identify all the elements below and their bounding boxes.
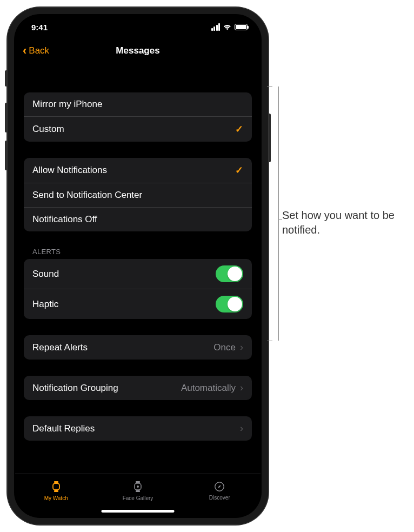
checkmark-icon: ✓	[235, 164, 243, 176]
notifications-group: Allow Notifications ✓ Send to Notificati…	[24, 158, 252, 231]
repeat-alerts-group: Repeat Alerts Once ›	[24, 335, 252, 360]
navigation-bar: ‹ Back Messages	[15, 39, 261, 63]
screen: 9:41 ‹ Back Messages Mirror my iPh	[15, 15, 261, 517]
svg-rect-4	[136, 481, 140, 483]
send-to-notification-center-row[interactable]: Send to Notification Center	[24, 183, 252, 207]
chevron-right-icon: ›	[240, 423, 243, 434]
cellular-signal-icon	[211, 23, 221, 31]
back-label: Back	[29, 45, 49, 56]
notifications-off-row[interactable]: Notifications Off	[24, 207, 252, 231]
tab-label: Discover	[209, 495, 230, 501]
row-label: Mirror my iPhone	[32, 99, 102, 110]
notification-grouping-row[interactable]: Notification Grouping Automatically ›	[24, 376, 252, 400]
chevron-left-icon: ‹	[23, 44, 26, 58]
tab-label: Face Gallery	[123, 495, 153, 501]
battery-icon	[235, 24, 248, 30]
svg-rect-5	[136, 490, 140, 492]
settings-content[interactable]: Mirror my iPhone Custom ✓ Allow Notifica…	[15, 63, 261, 474]
notch	[81, 15, 195, 32]
checkmark-icon: ✓	[235, 123, 243, 135]
back-button[interactable]: ‹ Back	[23, 44, 49, 58]
iphone-frame: 9:41 ‹ Back Messages Mirror my iPh	[8, 8, 268, 524]
alerts-header: ALERTS	[24, 231, 252, 259]
tab-label: My Watch	[44, 495, 68, 501]
sound-toggle[interactable]	[216, 265, 243, 282]
row-label: Haptic	[32, 299, 58, 310]
callout-tick	[267, 341, 272, 341]
watch-face-icon	[131, 480, 144, 493]
row-label: Notifications Off	[32, 214, 97, 225]
row-label: Default Replies	[32, 423, 95, 434]
status-time: 9:41	[31, 23, 48, 32]
row-label: Custom	[32, 124, 64, 135]
mirror-iphone-row[interactable]: Mirror my iPhone	[24, 92, 252, 116]
default-replies-row[interactable]: Default Replies ›	[24, 416, 252, 441]
tab-discover[interactable]: Discover	[179, 474, 261, 507]
row-label: Send to Notification Center	[32, 190, 142, 201]
chevron-right-icon: ›	[240, 342, 243, 353]
row-label: Repeat Alerts	[32, 342, 88, 353]
row-label: Sound	[32, 269, 59, 280]
compass-icon	[213, 481, 225, 493]
allow-notifications-row[interactable]: Allow Notifications ✓	[24, 158, 252, 183]
home-indicator[interactable]	[102, 510, 175, 513]
watch-icon	[50, 480, 63, 493]
page-title: Messages	[116, 45, 159, 56]
mirror-group: Mirror my iPhone Custom ✓	[24, 92, 252, 142]
custom-row[interactable]: Custom ✓	[24, 116, 252, 142]
row-value: Once	[213, 342, 236, 353]
svg-rect-1	[54, 481, 58, 483]
svg-rect-2	[54, 490, 58, 492]
notification-grouping-group: Notification Grouping Automatically ›	[24, 376, 252, 400]
row-value: Automatically	[181, 383, 236, 394]
row-label: Notification Grouping	[32, 383, 118, 394]
default-replies-group: Default Replies ›	[24, 416, 252, 441]
callout-text: Set how you want to be notified.	[282, 208, 406, 237]
row-label: Allow Notifications	[32, 165, 107, 176]
status-indicators	[211, 23, 248, 31]
tab-face-gallery[interactable]: Face Gallery	[97, 474, 178, 507]
callout-bracket	[267, 87, 279, 341]
haptic-toggle[interactable]	[216, 296, 243, 312]
chevron-right-icon: ›	[240, 382, 243, 394]
wifi-icon	[223, 24, 232, 31]
alerts-group: Sound Haptic	[24, 259, 252, 319]
svg-rect-0	[53, 483, 59, 490]
tab-my-watch[interactable]: My Watch	[15, 474, 97, 507]
sound-row: Sound	[24, 259, 252, 289]
callout-tick	[267, 87, 272, 87]
svg-point-6	[137, 486, 139, 488]
repeat-alerts-row[interactable]: Repeat Alerts Once ›	[24, 335, 252, 360]
haptic-row: Haptic	[24, 289, 252, 319]
